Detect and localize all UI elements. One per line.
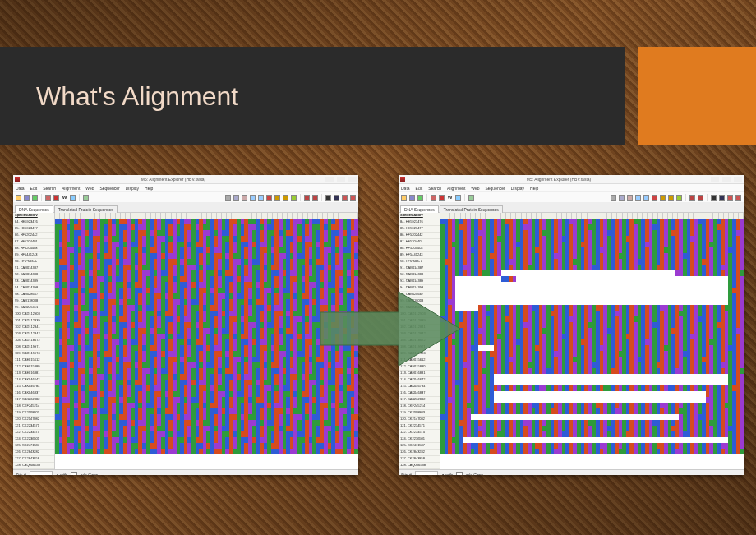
species-header[interactable]: 121. CK2234571 [13,423,54,430]
menu-data[interactable]: Data [16,186,25,191]
species-header[interactable]: 89. HF5441243 [399,252,440,259]
go-prev-icon[interactable] [304,195,310,201]
species-header[interactable]: 102. CAD112841 [13,325,54,331]
species-header[interactable]: 122. CK2234574 [399,430,440,436]
species-header[interactable]: 88. HF5204403 [399,246,440,252]
species-header[interactable]: 104. CAD118672 [13,338,54,344]
species-header[interactable]: 121. CK2234571 [399,423,440,430]
del-icon[interactable] [266,195,272,201]
flag-icon[interactable] [735,195,741,201]
copy-icon[interactable] [619,195,625,201]
species-header[interactable]: 126. CK2843282 [13,450,54,456]
menu-sequencer[interactable]: Sequencer [99,186,119,191]
species-header[interactable]: 117. CAK262802 [399,397,440,404]
species-header[interactable]: 91. CAB014387 [399,265,440,272]
find-prev-icon[interactable] [274,195,280,201]
species-header[interactable]: 116. CAK046837 [13,390,54,397]
species-header[interactable]: 119. CK2008803 [13,410,54,417]
W-icon[interactable]: W [62,195,67,200]
species-header[interactable]: 118. CKF245214 [399,404,440,410]
go-next-icon[interactable] [698,195,703,201]
run-icon[interactable] [32,195,38,201]
species-header[interactable]: 113. CAE016881 [13,371,54,377]
bookmark-icon[interactable] [342,195,348,201]
search2-icon[interactable] [334,195,339,201]
species-header[interactable]: 118. CKF245214 [13,404,54,410]
species-header[interactable]: 94. CAB014398 [13,285,54,292]
species-header[interactable]: 99. CAB249411 [13,305,54,311]
species-header[interactable]: 111. CAE015612 [13,357,54,364]
search-icon[interactable] [325,195,331,201]
maximize-button[interactable] [722,177,731,182]
species-header[interactable]: 93. CAB014389 [399,279,440,285]
paste-icon[interactable] [242,195,247,201]
species-header[interactable]: 119. CK2008803 [399,410,440,417]
species-header[interactable]: 127. CK2843858 [13,456,54,463]
cut-icon[interactable] [225,195,231,201]
species-header[interactable]: 101. CAD112839 [13,318,54,325]
menu-alignment[interactable]: Alignment [447,186,465,191]
species-header[interactable]: 87. HF5204401 [13,239,54,246]
species-header[interactable]: 98. CAB028667 [13,292,54,298]
species-header[interactable]: 90. HF5*503-★ [399,259,440,265]
redo-icon[interactable] [643,195,649,201]
stop-icon[interactable] [53,195,59,201]
species-header[interactable]: 103. CAD112842 [13,331,54,338]
species-header[interactable]: 86. HF5202442 [13,233,54,239]
species-header[interactable]: 128. CAQ006538 [13,463,54,469]
undo-icon[interactable] [635,195,641,201]
menu-sequencer[interactable]: Sequencer [485,186,505,191]
menu-search[interactable]: Search [428,186,441,191]
close-button[interactable] [734,177,742,182]
menu-help[interactable]: Help [145,186,153,191]
copy-icon[interactable] [233,195,239,201]
tool-icon[interactable] [468,195,474,201]
species-header[interactable]: 126. CK2843282 [399,450,440,456]
species-header[interactable]: 93. CAB014389 [13,279,54,285]
species-header[interactable]: 87. HF5204401 [399,239,440,246]
species-header[interactable]: 124. CK2236501 [399,436,440,443]
species-header[interactable]: 114. CAK046642 [399,377,440,384]
species-header[interactable]: 108. CAD119971 [13,344,54,351]
site-number-field[interactable] [415,471,438,475]
view-icon[interactable] [70,195,76,201]
minimize-button[interactable] [711,177,719,182]
minimize-button[interactable] [325,177,334,182]
species-header[interactable]: 120. CK2147082 [399,417,440,423]
mark-icon[interactable] [676,195,682,201]
with-gaps-checkbox[interactable] [71,472,77,476]
species-header[interactable]: 112. CAE015880 [13,364,54,371]
go-prev-icon[interactable] [689,195,695,201]
del-icon[interactable] [652,195,657,201]
menu-web[interactable]: Web [471,186,479,191]
find-prev-icon[interactable] [660,195,666,201]
stop-icon[interactable] [439,195,445,201]
W-icon[interactable]: W [447,195,453,200]
bookmark-icon[interactable] [727,195,733,201]
maximize-button[interactable] [337,177,345,182]
redo-icon[interactable] [258,195,264,201]
cut-icon[interactable] [611,195,616,201]
species-header[interactable]: 109. CAD119974 [13,351,54,357]
species-header[interactable]: 91. CAB014387 [13,265,54,272]
species-header[interactable]: 86. HF5202442 [399,233,440,239]
flag-icon[interactable] [350,195,356,201]
menu-display[interactable]: Display [511,186,524,191]
search2-icon[interactable] [719,195,725,201]
open-icon[interactable] [16,195,21,201]
go-next-icon[interactable] [312,195,318,201]
tab-translated-protein-sequences[interactable]: Translated Protein Sequences [440,205,503,213]
species-header[interactable]: 120. CK2147082 [13,417,54,423]
species-header[interactable]: 92. CAB014388 [13,272,54,279]
menu-data[interactable]: Data [401,186,410,191]
species-header[interactable]: 84. HE5923476 [399,219,440,226]
open-icon[interactable] [401,195,407,201]
species-header[interactable]: 89. HF5441243 [13,252,54,259]
align-icon[interactable] [45,195,51,201]
with-gaps-checkbox[interactable] [456,472,463,476]
menu-search[interactable]: Search [43,186,56,191]
species-header[interactable]: 90. HF5*503-★ [13,259,54,265]
species-header[interactable]: 100. CAD112903 [13,311,54,318]
run-icon[interactable] [417,195,423,201]
species-header[interactable]: 125. CK2471587 [13,443,54,450]
